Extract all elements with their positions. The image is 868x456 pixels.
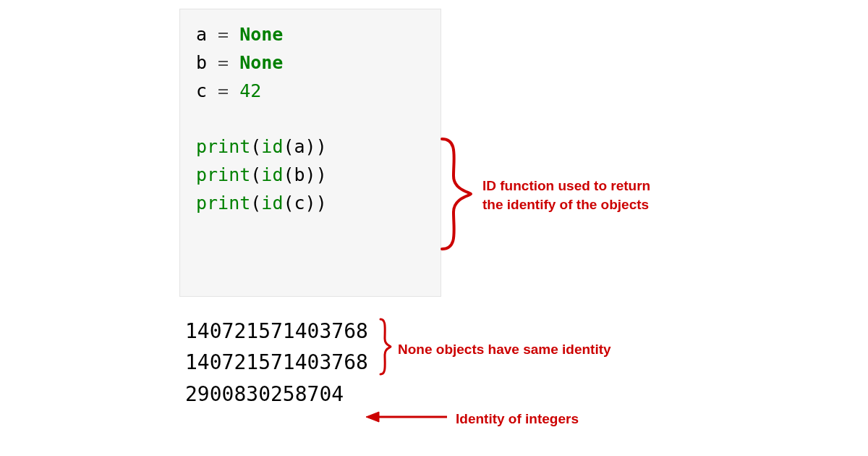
output-block: 140721571403768 140721571403768 29008302… — [185, 316, 368, 410]
output-line-2: 140721571403768 — [185, 347, 368, 378]
id-fn: id — [261, 193, 283, 214]
output-line-1: 140721571403768 — [185, 316, 368, 347]
op-eq: = — [207, 24, 239, 45]
var-a: a — [196, 24, 207, 45]
bracket-icon — [379, 317, 392, 376]
none-literal: None — [239, 52, 283, 73]
code-line-6: print(id(b)) — [196, 161, 427, 190]
output-line-3: 2900830258704 — [185, 379, 368, 410]
brace-icon — [438, 136, 474, 252]
id-fn: id — [261, 164, 283, 185]
none-literal: None — [239, 24, 283, 45]
code-line-5: print(id(a)) — [196, 133, 427, 161]
code-line-2: b = None — [196, 49, 427, 77]
code-line-blank — [196, 105, 427, 133]
int-literal: 42 — [239, 80, 261, 101]
annotation-id-function: ID function used to return the identify … — [482, 177, 650, 214]
var-c: c — [196, 80, 207, 101]
annotation-int-identity: Identity of integers — [456, 410, 579, 428]
op-eq: = — [207, 80, 239, 101]
annotation-none-identity: None objects have same identity — [398, 340, 611, 359]
code-line-1: a = None — [196, 21, 427, 49]
code-line-3: c = 42 — [196, 77, 427, 106]
print-fn: print — [196, 164, 250, 185]
arrow-icon — [366, 408, 447, 426]
code-line-7: print(id(c)) — [196, 190, 427, 218]
code-block: a = None b = None c = 42 print(id(a)) pr… — [179, 9, 441, 297]
op-eq: = — [207, 52, 239, 73]
svg-marker-1 — [366, 412, 379, 422]
var-b: b — [196, 52, 207, 73]
id-fn: id — [261, 136, 283, 157]
annotation-id-function-line2: the identify of the objects — [482, 195, 650, 214]
print-fn: print — [196, 193, 250, 214]
annotation-id-function-line1: ID function used to return — [482, 177, 650, 195]
print-fn: print — [196, 136, 250, 157]
